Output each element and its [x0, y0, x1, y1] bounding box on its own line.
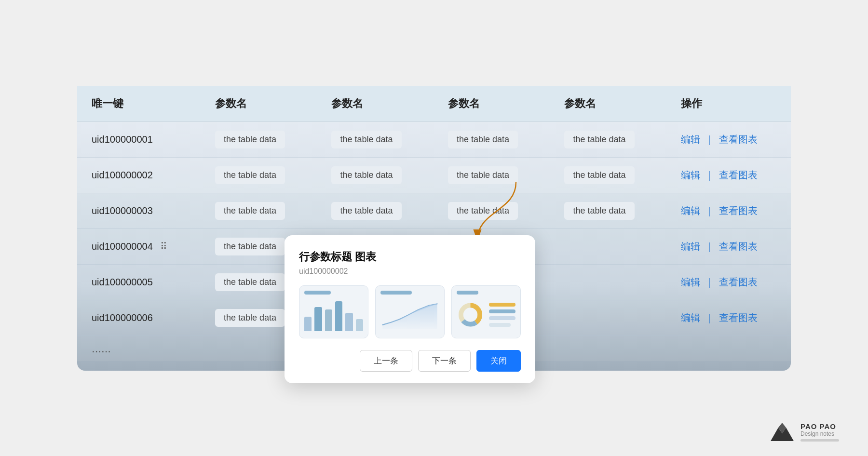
data-cell: the table data — [550, 157, 666, 193]
view-chart-link[interactable]: 查看图表 — [719, 170, 758, 180]
data-cell: the table data — [201, 157, 317, 193]
data-badge: the table data — [448, 202, 518, 220]
view-chart-link[interactable]: 查看图表 — [719, 134, 758, 145]
legend-line-3 — [489, 316, 515, 320]
bar-chart-header-bar — [304, 291, 331, 295]
line-chart-thumb[interactable] — [375, 285, 445, 338]
action-divider: ｜ — [702, 205, 717, 216]
chart-popup: 行参数标题 图表 uid100000002 — [285, 235, 535, 383]
data-badge: the table data — [215, 166, 285, 184]
legend-line-1 — [489, 303, 515, 307]
brand-text: PAO PAO Design notes — [800, 422, 839, 442]
data-badge: the table data — [215, 309, 285, 327]
close-button[interactable]: 关闭 — [476, 350, 521, 372]
data-badge: the table data — [331, 131, 401, 148]
data-cell: the table data — [201, 121, 317, 157]
table-container: 唯一键 参数名 参数名 参数名 参数名 操作 uid100000001the t… — [77, 86, 791, 371]
popup-buttons: 上一条 下一条 关闭 — [299, 350, 521, 372]
col-header-action: 操作 — [666, 86, 791, 122]
data-cell: the table data — [434, 157, 550, 193]
data-cell: the table data — [317, 157, 434, 193]
edit-link[interactable]: 编辑 — [681, 170, 700, 180]
action-divider: ｜ — [702, 134, 717, 145]
edit-link[interactable]: 编辑 — [681, 312, 700, 323]
data-cell: the table data — [317, 121, 434, 157]
view-chart-link[interactable]: 查看图表 — [719, 277, 758, 287]
legend-line-4 — [489, 323, 511, 327]
bar-3 — [325, 309, 332, 331]
drag-handle-icon[interactable]: ⠿ — [158, 241, 168, 252]
col-header-param3: 参数名 — [434, 86, 550, 122]
data-badge: the table data — [448, 166, 518, 184]
action-divider: ｜ — [702, 277, 717, 287]
legend-line-2 — [489, 309, 515, 313]
bar-1 — [304, 317, 312, 331]
data-cell: the table data — [434, 121, 550, 157]
donut-svg — [457, 301, 484, 329]
bar-6 — [356, 319, 363, 331]
bar-chart-visual — [304, 298, 363, 331]
bar-2 — [314, 307, 322, 331]
brand-logo-icon — [771, 423, 794, 441]
table-row: uid100000001the table datathe table data… — [77, 121, 791, 157]
uid-cell: uid100000006 — [77, 300, 201, 335]
data-cell — [550, 264, 666, 300]
data-cell — [550, 300, 666, 335]
svg-marker-1 — [382, 304, 437, 329]
action-cell: 编辑 ｜ 查看图表 — [666, 193, 791, 228]
data-badge: the table data — [564, 131, 634, 148]
popup-subtitle: uid100000002 — [299, 267, 521, 276]
bar-5 — [345, 313, 353, 331]
donut-legend — [489, 303, 515, 327]
page-wrapper: 唯一键 参数名 参数名 参数名 参数名 操作 uid100000001the t… — [0, 0, 868, 456]
action-cell: 编辑 ｜ 查看图表 — [666, 264, 791, 300]
data-cell: the table data — [550, 121, 666, 157]
data-cell: the table data — [434, 193, 550, 228]
line-chart-visual — [380, 298, 439, 331]
data-cell: the table data — [317, 193, 434, 228]
brand-logo — [771, 423, 794, 441]
data-cell: the table data — [550, 193, 666, 228]
col-header-param2: 参数名 — [317, 86, 434, 122]
action-divider: ｜ — [702, 170, 717, 180]
brand-sub: Design notes — [800, 430, 834, 437]
data-cell: the table data — [201, 193, 317, 228]
col-header-param4: 参数名 — [550, 86, 666, 122]
footer: PAO PAO Design notes — [771, 422, 839, 442]
table-row: uid100000002the table datathe table data… — [77, 157, 791, 193]
uid-cell: uid100000003 — [77, 193, 201, 228]
edit-link[interactable]: 编辑 — [681, 277, 700, 287]
action-cell: 编辑 ｜ 查看图表 — [666, 157, 791, 193]
table-header-row: 唯一键 参数名 参数名 参数名 参数名 操作 — [77, 86, 791, 122]
action-cell: 编辑 ｜ 查看图表 — [666, 121, 791, 157]
action-divider: ｜ — [702, 241, 717, 252]
data-cell — [550, 228, 666, 264]
uid-cell: uid100000001 — [77, 121, 201, 157]
data-badge: the table data — [215, 131, 285, 148]
action-cell: 编辑 ｜ 查看图表 — [666, 228, 791, 264]
view-chart-link[interactable]: 查看图表 — [719, 241, 758, 252]
view-chart-link[interactable]: 查看图表 — [719, 312, 758, 323]
table-row: uid100000003the table datathe table data… — [77, 193, 791, 228]
bar-4 — [335, 301, 342, 331]
col-header-param1: 参数名 — [201, 86, 317, 122]
data-badge: the table data — [215, 273, 285, 291]
popup-title: 行参数标题 图表 — [299, 250, 521, 264]
bar-chart-thumb[interactable] — [299, 285, 368, 338]
brand-name: PAO PAO — [800, 422, 836, 430]
donut-chart-header-bar — [457, 291, 478, 295]
edit-link[interactable]: 编辑 — [681, 134, 700, 145]
data-badge: the table data — [448, 131, 518, 148]
action-divider: ｜ — [702, 312, 717, 323]
edit-link[interactable]: 编辑 — [681, 205, 700, 216]
next-button[interactable]: 下一条 — [418, 350, 471, 372]
donut-chart-thumb[interactable] — [451, 285, 521, 338]
prev-button[interactable]: 上一条 — [360, 350, 412, 372]
col-header-uid: 唯一键 — [77, 86, 201, 122]
uid-cell: uid100000002 — [77, 157, 201, 193]
edit-link[interactable]: 编辑 — [681, 241, 700, 252]
brand-bar — [800, 439, 839, 442]
uid-cell: uid100000005 — [77, 264, 201, 300]
action-cell: 编辑 ｜ 查看图表 — [666, 300, 791, 335]
view-chart-link[interactable]: 查看图表 — [719, 205, 758, 216]
